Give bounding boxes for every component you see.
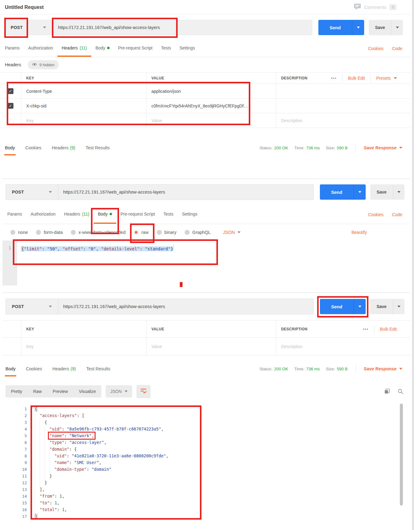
- view-tab-visualize[interactable]: Visualize: [73, 385, 101, 398]
- new-value-input[interactable]: Value: [147, 113, 276, 128]
- response-tab-body[interactable]: Body: [5, 366, 16, 371]
- send-options-caret[interactable]: [352, 20, 364, 35]
- save-options-caret[interactable]: [391, 20, 403, 35]
- method-select[interactable]: POST: [6, 299, 58, 314]
- bulk-edit-link[interactable]: Bulk Edit: [342, 74, 370, 82]
- method-select[interactable]: POST: [6, 184, 58, 200]
- save-options-caret[interactable]: [393, 184, 404, 200]
- code-link[interactable]: Code: [392, 46, 402, 51]
- body-type-urlencoded[interactable]: x-www-form-urlencoded: [71, 230, 125, 235]
- header-description-cell[interactable]: [276, 99, 410, 113]
- tab-headers[interactable]: Headers(11): [57, 40, 91, 57]
- view-tab-preview[interactable]: Preview: [47, 385, 74, 398]
- send-button[interactable]: Send: [320, 299, 366, 314]
- send-button[interactable]: Send: [318, 20, 364, 35]
- tab-prerequest-script[interactable]: Pre-request Script: [114, 40, 157, 57]
- row-checkbox-checked[interactable]: ✓: [8, 88, 13, 94]
- radio-selected-icon: [134, 230, 139, 235]
- new-value-input[interactable]: Value: [147, 338, 276, 355]
- body-has-content-dot: [110, 213, 112, 215]
- view-tab-raw[interactable]: Raw: [28, 385, 47, 398]
- response-scrollbar-thumb[interactable]: [400, 404, 403, 506]
- tab-params[interactable]: Params: [7, 205, 26, 224]
- url-input[interactable]: https://172.21.191.167/web_api/show-acce…: [58, 184, 313, 200]
- cookies-link[interactable]: Cookies: [368, 46, 384, 51]
- header-value-cell[interactable]: application/json: [147, 84, 276, 98]
- language-select[interactable]: JSON: [223, 230, 241, 235]
- body-type-binary[interactable]: binary: [157, 230, 177, 235]
- send-options-caret[interactable]: [353, 184, 366, 200]
- tab-prerequest-script[interactable]: Pre-request Script: [116, 205, 159, 224]
- url-input[interactable]: https://172.21.191.167/web_api/show-acce…: [53, 20, 312, 35]
- tab-tests[interactable]: Tests: [157, 40, 175, 57]
- response-tab-cookies[interactable]: Cookies: [26, 366, 42, 371]
- tab-headers[interactable]: Headers(11): [60, 205, 94, 224]
- divider: [356, 144, 356, 152]
- line-content: "type": "access-layer",: [31, 439, 107, 446]
- response-tab-headers[interactable]: Headers(9): [52, 145, 75, 150]
- request-panel-top: Untitled Request Comments 0 POST https:/…: [0, 0, 410, 157]
- row-checkbox-checked[interactable]: ✓: [8, 103, 13, 109]
- tab-authorization[interactable]: Authorization: [24, 40, 57, 57]
- header-value-cell[interactable]: c0fmXmcFYqx54rAhEnyX_8eo9jRGHyCfEFpgDf…: [147, 99, 276, 113]
- save-button[interactable]: Save: [369, 20, 403, 35]
- presets-dropdown[interactable]: Presets: [371, 74, 402, 82]
- raw-body-editor[interactable]: 1{"limit": "50", "offset": "0", "details…: [2, 241, 410, 285]
- language-select[interactable]: JSON: [106, 385, 132, 398]
- header-key-cell[interactable]: Content-Type: [21, 84, 147, 98]
- line-number: 5: [2, 434, 31, 438]
- response-tab-body[interactable]: Body: [5, 145, 15, 150]
- bulk-edit-link[interactable]: Bulk Edit: [374, 325, 402, 333]
- tab-params[interactable]: Params: [5, 40, 24, 57]
- url-value: https://172.21.191.167/web_api/show-acce…: [58, 25, 160, 30]
- search-button[interactable]: [397, 388, 404, 394]
- body-type-selector: none form-data x-www-form-urlencoded raw…: [2, 224, 410, 241]
- response-tab-headers[interactable]: Headers(9): [52, 366, 76, 371]
- send-button[interactable]: Send: [320, 184, 366, 200]
- save-response-button[interactable]: Save Response: [364, 366, 402, 371]
- view-tab-pretty[interactable]: Pretty: [5, 385, 28, 398]
- cookies-link[interactable]: Cookies: [368, 212, 384, 217]
- wrap-lines-button[interactable]: [136, 385, 150, 398]
- copy-button[interactable]: [384, 388, 390, 394]
- url-value: https://172.21.191.167/web_api/show-acce…: [63, 304, 165, 309]
- save-response-button[interactable]: Save Response: [364, 145, 402, 150]
- hidden-headers-toggle[interactable]: 9 hidden: [28, 60, 59, 69]
- beautify-link[interactable]: Beautify: [351, 230, 367, 235]
- new-description-input[interactable]: Description: [276, 338, 410, 355]
- tab-body[interactable]: Body: [91, 40, 114, 57]
- body-type-form-data[interactable]: form-data: [36, 230, 63, 235]
- response-tab-test-results[interactable]: Test Results: [86, 366, 110, 371]
- send-options-caret[interactable]: [353, 299, 366, 314]
- value-column-header: VALUE: [151, 76, 164, 80]
- more-actions-button[interactable]: •••: [357, 325, 374, 333]
- response-tab-test-results[interactable]: Test Results: [85, 145, 110, 150]
- more-actions-button[interactable]: •••: [326, 74, 342, 82]
- save-options-caret[interactable]: [393, 299, 404, 314]
- new-description-input[interactable]: Description: [276, 113, 410, 128]
- response-body-viewer[interactable]: 1{2"access-layers": [3{4"uid": "8a5e96fb…: [2, 404, 410, 530]
- header-key-cell[interactable]: X-chkp-sid: [21, 99, 147, 113]
- new-key-input[interactable]: Key: [21, 338, 147, 355]
- tab-body[interactable]: Body: [94, 205, 116, 224]
- code-link[interactable]: Code: [392, 212, 402, 217]
- header-description-cell[interactable]: [276, 84, 410, 98]
- body-type-graphql[interactable]: GraphQL: [185, 230, 211, 235]
- chevron-down-icon: [49, 191, 52, 193]
- tab-tests[interactable]: Tests: [159, 205, 178, 224]
- line-content: "name": "Network",: [31, 432, 94, 439]
- save-button[interactable]: Save: [370, 184, 404, 200]
- comments-button[interactable]: Comments 0: [354, 3, 396, 11]
- url-input[interactable]: https://172.21.191.167/web_api/show-acce…: [58, 299, 313, 314]
- new-key-input[interactable]: Key: [21, 113, 147, 128]
- body-type-none[interactable]: none: [10, 230, 28, 235]
- body-type-raw[interactable]: raw: [134, 230, 148, 235]
- response-tab-cookies[interactable]: Cookies: [25, 145, 41, 150]
- headers-count: (11): [80, 45, 87, 50]
- tab-authorization[interactable]: Authorization: [26, 205, 60, 224]
- tab-settings[interactable]: Settings: [178, 205, 202, 224]
- tab-settings[interactable]: Settings: [175, 40, 199, 57]
- save-button[interactable]: Save: [370, 299, 404, 314]
- window-scrollbar[interactable]: [412, 0, 414, 530]
- method-select[interactable]: POST: [5, 20, 52, 35]
